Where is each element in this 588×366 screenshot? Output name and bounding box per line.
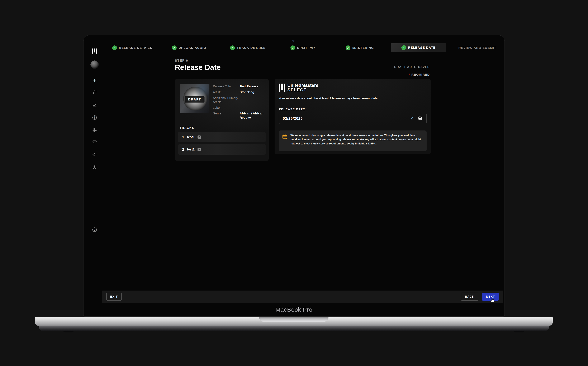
webcam-dot <box>292 39 294 42</box>
album-artwork: DRAFT <box>180 84 209 114</box>
release-date-panel: UnitedMasters SELECT Your release date s… <box>275 79 431 154</box>
explicit-badge: E <box>198 148 201 151</box>
brand-line1: UnitedMasters <box>287 83 318 88</box>
back-button[interactable]: BACK <box>461 293 478 301</box>
release-date-input[interactable]: 02/26/2026 ✕ <box>279 113 427 124</box>
step-label: UPLOAD AUDIO <box>179 46 206 50</box>
step-label: RELEASE DATE <box>408 46 436 50</box>
unitedmasters-select-brand: UnitedMasters SELECT <box>279 83 318 92</box>
page-title: Release Date <box>175 63 221 72</box>
field-genre: Genre: African / African Reggae <box>213 111 265 119</box>
clear-date-icon[interactable]: ✕ <box>410 116 413 121</box>
required-text: REQUIRED <box>411 73 430 76</box>
wizard-footer-bar: EXIT BACK NEXT <box>102 290 503 303</box>
step-track-details[interactable]: ✓ TRACK DETAILS <box>230 44 266 52</box>
mastering-tools-icon[interactable] <box>91 127 98 133</box>
step-split-pay[interactable]: ✓ SPLIT PAY <box>290 44 315 52</box>
step-label: RELEASE DETAILS <box>119 46 152 50</box>
date-value: 02/26/2026 <box>283 116 410 121</box>
music-catalog-icon[interactable] <box>91 88 98 95</box>
field-release-title: Release Title: Test Release <box>213 84 265 88</box>
step-label: TRACK DETAILS <box>237 46 266 50</box>
release-summary-card: DRAFT Release Title: Test Release Artist… <box>175 79 269 161</box>
field-label: Label: <box>213 106 265 110</box>
track-row[interactable]: 1 test1 E <box>178 132 266 142</box>
step-mastering[interactable]: ✓ MASTERING <box>346 44 374 52</box>
svg-text:?: ? <box>94 228 95 231</box>
field-artist: Artist: StoneDog <box>213 90 265 94</box>
premium-icon[interactable] <box>91 139 98 145</box>
calendar-picker-icon[interactable] <box>418 116 422 121</box>
profile-avatar[interactable] <box>90 61 99 69</box>
release-fields: Release Title: Test Release Artist: Ston… <box>213 84 265 121</box>
step-label: SPLIT PAY <box>297 46 315 50</box>
date-instruction: Your release date should be at least 2 b… <box>279 97 378 100</box>
required-asterisk: * <box>409 73 411 76</box>
step-label: REVIEW AND SUBMIT <box>458 46 496 50</box>
help-icon[interactable]: ? <box>91 226 98 233</box>
check-icon: ✓ <box>112 46 117 50</box>
check-icon: ✓ <box>346 46 350 50</box>
step-label: MASTERING <box>352 46 374 50</box>
analytics-icon[interactable] <box>91 102 98 108</box>
step-release-date-active[interactable]: ✓ RELEASE DATE <box>391 43 446 52</box>
brand-line2: SELECT <box>287 88 318 92</box>
tracks-heading: TRACKS <box>180 126 194 130</box>
step-eyebrow: STEP 6 <box>175 59 188 62</box>
required-note: *REQUIRED <box>409 73 430 76</box>
step-release-details[interactable]: ✓ RELEASE DETAILS <box>112 44 152 52</box>
draft-badge: DRAFT <box>184 96 205 103</box>
step-upload-audio[interactable]: ✓ UPLOAD AUDIO <box>172 44 206 52</box>
release-date-label: RELEASE DATE* <box>279 107 308 111</box>
laptop-base <box>39 325 549 331</box>
device-label: MacBook Pro <box>84 306 504 313</box>
field-additional-primary-artists: Additional Primary Artists: <box>213 96 265 104</box>
divider <box>279 103 427 103</box>
step-review-and-submit[interactable]: REVIEW AND SUBMIT <box>458 44 496 52</box>
divider <box>179 123 264 124</box>
add-new-icon[interactable]: ＋ <box>91 77 98 83</box>
hand-cursor <box>489 297 495 304</box>
unitedmasters-bars-icon <box>279 84 285 92</box>
track-row[interactable]: 2 test2 E <box>178 144 266 155</box>
history-icon[interactable] <box>91 164 98 170</box>
unitedmasters-logo-icon[interactable] <box>91 48 98 54</box>
laptop-screen: ＋ $ ? ✓ RELEASE DETAILS <box>83 35 505 317</box>
earnings-icon[interactable]: $ <box>91 114 98 121</box>
autosave-status: DRAFT AUTO-SAVED <box>394 65 430 69</box>
laptop-deck <box>35 317 553 326</box>
required-asterisk: * <box>306 107 308 111</box>
promote-icon[interactable] <box>91 151 98 158</box>
check-icon: ✓ <box>401 45 406 50</box>
svg-text:$: $ <box>94 116 95 119</box>
laptop-lid-notch <box>259 317 328 321</box>
check-icon: ✓ <box>290 46 295 50</box>
check-icon: ✓ <box>230 46 235 50</box>
check-icon: ✓ <box>172 46 177 50</box>
notice-text: We recommend choosing a release date at … <box>290 133 423 151</box>
explicit-badge: E <box>198 136 201 139</box>
exit-button[interactable]: EXIT <box>106 293 122 301</box>
calendar-warning-icon <box>282 134 288 151</box>
release-date-notice: We recommend choosing a release date at … <box>279 130 427 151</box>
